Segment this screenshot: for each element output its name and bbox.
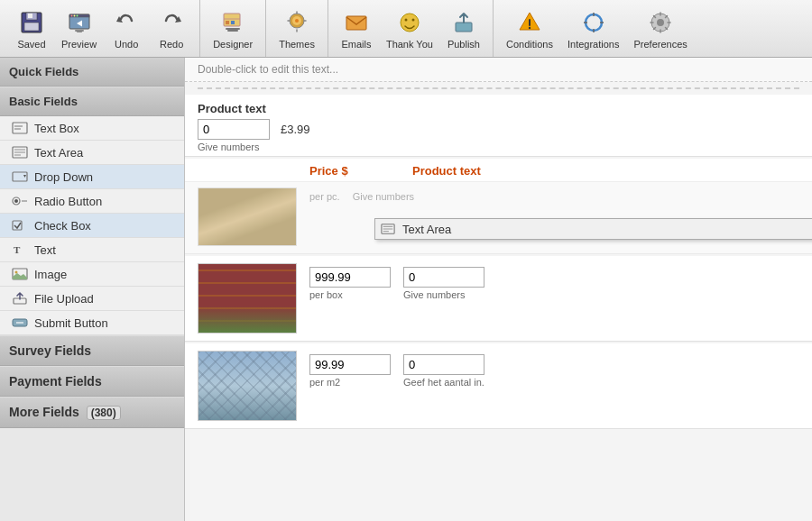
product-block-2: per m2 Geef het aantal in. [185,343,812,429]
svg-point-21 [295,19,299,23]
svg-rect-9 [75,30,84,32]
col-header-product-text: Product text [412,164,521,178]
svg-marker-52 [13,273,27,279]
product-image-2 [198,351,297,421]
product-text-input-2[interactable] [403,354,484,375]
svg-point-35 [657,19,664,26]
toolbar-conditions-group: Conditions Integrations [494,0,700,57]
payment-fields-header[interactable]: Payment Fields [0,366,184,397]
sidebar-item-fileupload[interactable]: File Upload [0,287,184,311]
product-text-field-1: Give numbers [403,267,484,300]
toolbar: Saved Preview [0,0,812,58]
svg-point-24 [404,18,407,21]
first-product-subtext: Give numbers [198,142,799,152]
textbox-icon [11,121,29,135]
integrations-icon [579,8,608,37]
first-product-label: Product text [198,102,799,115]
conditions-button[interactable]: Conditions [499,3,560,55]
price-sub-1: per box [309,289,391,300]
col-header-price: Price $ [309,164,400,178]
svg-rect-16 [231,21,235,24]
product-sub-1: Give numbers [403,289,484,300]
save-button[interactable]: Saved [9,3,54,55]
preferences-button[interactable]: Preferences [626,3,694,55]
checkbox-icon [11,218,29,233]
product-text-field-0: Give numbers [353,191,414,202]
main-layout: Quick Fields Basic Fields Text Box [0,58,812,521]
svg-rect-3 [28,14,32,18]
sidebar-item-checkbox[interactable]: Check Box [0,214,184,238]
price-input-1[interactable] [309,267,391,288]
dashed-divider [198,87,799,89]
col-headers-row: Price $ Product text [185,159,812,182]
redo-button[interactable]: Redo [149,3,194,55]
sidebar-item-text[interactable]: T Text [0,238,184,262]
publish-button[interactable]: Publish [440,3,487,55]
product-sub-0: Give numbers [353,191,414,202]
sidebar-item-textarea[interactable]: Text Area [0,141,184,165]
product-text-input-1[interactable] [403,267,484,288]
first-product-block: Product text 0 £3.99 Give numbers [185,95,812,157]
preferences-icon [646,8,675,37]
svg-point-7 [73,14,75,16]
content-top-hint[interactable]: Double-click to edit this text... [185,58,812,82]
quick-fields-header[interactable]: Quick Fields [0,58,184,87]
svg-text:T: T [14,244,21,255]
product-sub-2: Geef het aantal in. [403,377,484,388]
image-icon [11,267,29,281]
svg-point-6 [70,14,72,16]
sidebar-item-dropdown[interactable]: Drop Down [0,165,184,189]
price-input-2[interactable] [309,354,391,375]
sidebar-item-image[interactable]: Image [0,262,184,287]
svg-rect-10 [77,32,82,32]
undo-icon [112,8,141,37]
text-icon: T [11,242,29,257]
content-area: Text Area Double-click to edit this text… [185,58,812,521]
product-image-1 [198,263,297,334]
svg-point-46 [14,199,18,203]
svg-rect-36 [13,123,27,133]
price-field-2: per m2 [309,354,391,388]
redo-icon [157,8,186,37]
product-text-field-2: Geef het aantal in. [403,354,484,388]
conditions-icon [515,8,544,37]
drag-tooltip-icon [381,222,397,236]
thankyou-button[interactable]: Thank You [379,3,440,55]
designer-button[interactable]: Designer [206,3,260,55]
emails-button[interactable]: Emails [334,3,379,55]
svg-rect-22 [346,16,366,30]
themes-icon [282,8,311,37]
svg-rect-2 [24,23,39,31]
svg-point-8 [76,14,78,16]
integrations-button[interactable]: Integrations [560,3,626,55]
preview-icon [65,8,94,37]
sidebar: Quick Fields Basic Fields Text Box [0,58,185,521]
sidebar-item-textbox[interactable]: Text Box [0,116,184,141]
svg-rect-26 [456,23,472,32]
submit-icon [11,315,29,330]
more-fields-header[interactable]: More Fields (380) [0,397,184,428]
publish-icon [449,8,478,37]
save-icon [17,8,46,37]
drag-tooltip: Text Area [374,218,812,240]
sidebar-item-submit[interactable]: Submit Button [0,311,184,335]
svg-marker-44 [23,175,26,178]
toolbar-designer-group: Designer [200,0,266,57]
survey-fields-header[interactable]: Survey Fields [0,335,184,366]
first-product-input[interactable]: 0 [198,119,270,140]
svg-point-25 [411,18,414,21]
sidebar-item-radio[interactable]: Radio Button [0,189,184,214]
emails-icon [342,8,371,37]
basic-fields-header[interactable]: Basic Fields [0,87,184,116]
undo-button[interactable]: Undo [104,3,149,55]
toolbar-themes-group: Themes [266,0,328,57]
preview-button[interactable]: Preview [54,3,104,55]
toolbar-file-group: Saved Preview [4,0,200,57]
price-sub-0: per pc. [309,191,340,202]
product-image-0 [198,187,297,246]
svg-rect-18 [227,30,238,32]
svg-rect-15 [226,21,229,24]
price-field-1: per box [309,267,391,300]
dropdown-icon [11,169,29,184]
themes-button[interactable]: Themes [272,3,322,55]
